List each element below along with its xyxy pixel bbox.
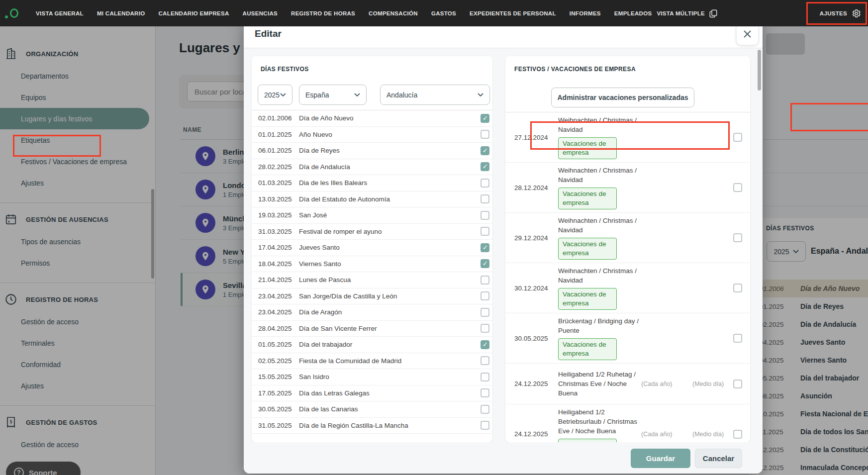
holiday-row: 01.03.2025Dia de les Illes Balears: [252, 175, 492, 191]
holiday-checkbox[interactable]: [481, 308, 489, 317]
company-vacation-tag: Vacaciones de empresa: [558, 238, 617, 260]
holiday-checkbox[interactable]: [481, 130, 489, 139]
edit-modal: Editar DÍAS FESTIVOS 2025 España Andaluc…: [244, 20, 763, 474]
holiday-checkbox[interactable]: [481, 324, 489, 333]
holiday-row: 13.03.2025Día del Estatuto de Autonomía: [252, 191, 492, 208]
holiday-checkbox[interactable]: [481, 194, 489, 203]
annual-label: (Cada año): [641, 431, 692, 438]
holiday-row: 21.04.2025Lunes de Pascua: [252, 272, 492, 288]
company-holiday-row: 24.12.2025 Heiligabend 1/2 Ruhetag / Chr…: [505, 364, 750, 404]
chevron-down-icon: [280, 93, 286, 96]
nav-item-expedientes[interactable]: EXPEDIENTES DE PERSONAL: [470, 10, 556, 16]
company-vacation-tag: Vacaciones de empresa: [558, 188, 617, 209]
gear-icon: [851, 8, 861, 18]
nav-item-vista-general[interactable]: VISTA GENERAL: [36, 10, 84, 16]
manage-custom-holidays-button[interactable]: Administrar vacaciones personalizadas: [551, 88, 694, 107]
holiday-row: 06.01.2025Día de Reyes: [252, 143, 492, 159]
company-holiday-row: 28.12.2024 Weihnachten / Christmas / Nav…: [505, 163, 750, 213]
company-vacation-tag: Vacaciones de empresa: [558, 137, 617, 159]
holiday-row: 17.05.2025Día das Letras Galegas: [252, 385, 492, 402]
holiday-checkbox[interactable]: [481, 340, 489, 349]
app-logo[interactable]: [5, 8, 20, 19]
close-icon: [743, 30, 752, 38]
holiday-row: 17.04.2025Jueves Santo: [252, 240, 492, 256]
company-holiday-checkbox[interactable]: [733, 233, 742, 242]
holiday-row: 23.04.2025Día de Aragón: [252, 304, 492, 321]
card-header: FESTIVOS / VACACIONES DE EMPRESA: [514, 66, 636, 73]
company-holiday-checkbox[interactable]: [733, 334, 742, 343]
company-holiday-checkbox[interactable]: [733, 133, 742, 142]
modal-footer: Guardar Cancelar: [244, 442, 763, 474]
nav-item-gastos[interactable]: GASTOS: [431, 10, 456, 16]
chevron-down-icon: [478, 93, 483, 96]
modal-title: Editar: [255, 28, 282, 39]
holiday-checkbox[interactable]: [481, 211, 489, 220]
nav-item-empleados[interactable]: EMPLEADOS: [614, 10, 652, 16]
holiday-checkbox[interactable]: [481, 259, 489, 268]
holiday-row: 15.05.2025San Isidro: [252, 369, 492, 385]
nav-menu: VISTA GENERAL MI CALENDARIO CALENDARIO E…: [36, 10, 652, 16]
card-header: DÍAS FESTIVOS: [261, 66, 309, 73]
company-holiday-row: 24.12.2025 Heiligabend 1/2 Betriebsurlau…: [505, 404, 750, 442]
holiday-checkbox[interactable]: [481, 405, 489, 414]
company-holiday-row: 29.12.2024 Weihnachten / Christmas / Nav…: [505, 213, 750, 263]
holiday-checkbox-list: 02.01.2006Día de Año Nuevo 01.01.2025Año…: [252, 110, 492, 434]
holiday-checkbox[interactable]: [481, 114, 489, 123]
region-dropdown[interactable]: Andalucía: [380, 85, 490, 105]
top-navbar: VISTA GENERAL MI CALENDARIO CALENDARIO E…: [0, 0, 868, 26]
holiday-checkbox[interactable]: [481, 388, 489, 397]
holiday-row: 19.03.2025San José: [252, 207, 492, 224]
holiday-checkbox[interactable]: [481, 146, 489, 155]
country-dropdown[interactable]: España: [299, 85, 367, 105]
company-holiday-row: 30.12.2024 Weihnachten / Christmas / Nav…: [505, 263, 750, 313]
year-dropdown[interactable]: 2025: [258, 85, 292, 105]
nav-item-mi-calendario[interactable]: MI CALENDARIO: [97, 10, 145, 16]
company-holiday-checkbox[interactable]: [733, 183, 742, 192]
cancel-button[interactable]: Cancelar: [695, 449, 742, 468]
country-value: España: [305, 91, 329, 99]
company-holiday-row: 27.12.2024 Weihnachten / Christmas / Nav…: [505, 112, 750, 163]
holiday-checkbox[interactable]: [481, 179, 489, 188]
half-day-label: (Medio día): [692, 431, 733, 438]
nav-item-registro-horas[interactable]: REGISTRO DE HORAS: [291, 10, 355, 16]
holiday-row: 28.02.2025Día de Andalucía: [252, 159, 492, 176]
company-holidays-card: FESTIVOS / VACACIONES DE EMPRESA Adminis…: [505, 56, 750, 442]
holiday-row: 18.04.2025Viernes Santo: [252, 256, 492, 273]
nav-item-ausencias[interactable]: AUSENCIAS: [243, 10, 278, 16]
holiday-row: 30.05.2025Día de las Canarias: [252, 401, 492, 418]
holiday-row: 01.05.2025Día del trabajador: [252, 337, 492, 353]
holiday-checkbox[interactable]: [481, 243, 489, 252]
holiday-checkbox[interactable]: [481, 356, 489, 365]
nav-item-informes[interactable]: INFORMES: [570, 10, 601, 16]
holiday-row: 28.04.2025Día de San Vicente Ferrer: [252, 321, 492, 337]
holiday-row: 02.05.2025Fiesta de la Comunidad de Madr…: [252, 353, 492, 370]
company-holiday-checkbox[interactable]: [733, 430, 742, 439]
holiday-checkbox[interactable]: [481, 373, 489, 381]
region-value: Andalucía: [386, 91, 417, 99]
holiday-row: 31.03.2025Festival de romper el ayuno: [252, 224, 492, 240]
holiday-checkbox[interactable]: [481, 162, 489, 171]
holiday-row: 23.04.2025San Jorge/Día de Castilla y Le…: [252, 288, 492, 305]
logo-ring-icon: [10, 8, 18, 18]
settings-button[interactable]: AJUSTES: [820, 0, 861, 26]
chevron-down-icon: [354, 93, 360, 96]
nav-item-calendario-empresa[interactable]: CALENDARIO EMPRESA: [158, 10, 229, 16]
dropdown-row: 2025 España Andalucía: [252, 78, 492, 110]
holiday-checkbox[interactable]: [481, 276, 489, 285]
company-vacation-tag: Vacaciones de empresa: [558, 439, 617, 442]
holiday-checkbox[interactable]: [481, 291, 489, 300]
holiday-checkbox[interactable]: [481, 227, 489, 236]
nav-item-compensacion[interactable]: COMPENSACIÓN: [369, 10, 418, 16]
holiday-row: 31.05.2025Día de la Región Castilla-La M…: [252, 418, 492, 434]
logo-dot-icon: [5, 15, 8, 18]
multi-view-button[interactable]: VISTA MÚLTIPLE: [657, 0, 718, 26]
multi-view-label: VISTA MÚLTIPLE: [657, 10, 705, 16]
company-vacation-tag: Vacaciones de empresa: [558, 288, 617, 310]
company-holiday-checkbox[interactable]: [733, 380, 742, 388]
company-holiday-list: 27.12.2024 Weihnachten / Christmas / Nav…: [505, 112, 750, 442]
company-holiday-checkbox[interactable]: [733, 284, 742, 292]
holiday-checkbox[interactable]: [481, 421, 489, 430]
modal-scrollbar[interactable]: [758, 50, 761, 91]
save-button[interactable]: Guardar: [631, 449, 690, 468]
holiday-row: 02.01.2006Día de Año Nuevo: [252, 110, 492, 127]
